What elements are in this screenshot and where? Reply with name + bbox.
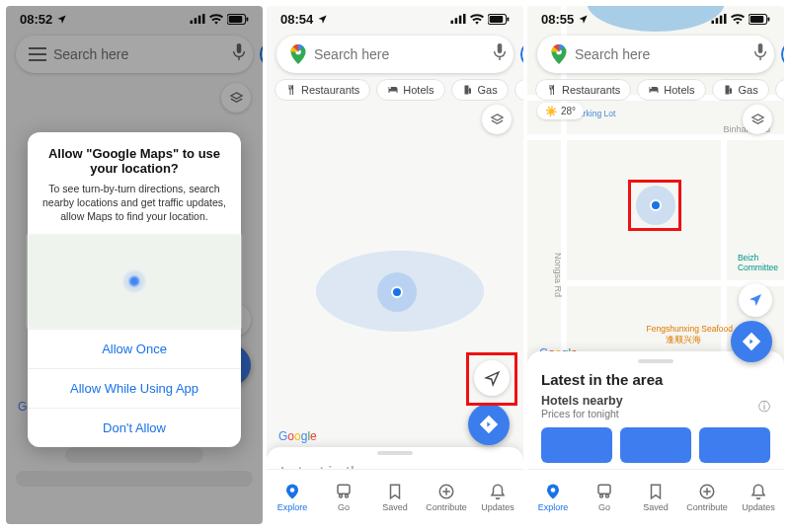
svg-point-22 <box>346 494 349 497</box>
chip-hotels[interactable]: Hotels <box>637 79 705 101</box>
bed-icon <box>387 84 399 96</box>
bed-icon <box>648 84 660 96</box>
svg-rect-35 <box>598 485 610 494</box>
hotel-card[interactable] <box>620 427 691 463</box>
layers-icon <box>490 113 505 127</box>
chip-gas[interactable]: Gas <box>451 79 509 101</box>
nav-saved[interactable]: Saved <box>630 470 681 524</box>
screenshot-3: Binhai E Rd Binhai E Rd Nongsa Rd arking… <box>527 6 784 524</box>
nav-explore[interactable]: Explore <box>267 470 318 524</box>
locate-arrow-icon <box>748 292 763 308</box>
dialog-option-allow-while[interactable]: Allow While Using App <box>28 368 241 408</box>
dialog-option-dont-allow[interactable]: Don't Allow <box>28 408 241 447</box>
poi-label: Beizh Committee <box>738 253 778 272</box>
layers-button[interactable] <box>743 105 772 134</box>
hotel-card[interactable] <box>541 427 612 463</box>
chip-hotels[interactable]: Hotels <box>376 79 444 101</box>
location-permission-dialog: Allow "Google Maps" to use your location… <box>28 132 241 447</box>
svg-point-19 <box>290 488 295 493</box>
svg-rect-25 <box>716 18 719 24</box>
dialog-title: Allow "Google Maps" to use your location… <box>40 146 229 176</box>
dialog-body: To see turn-by-turn directions, search n… <box>40 182 229 224</box>
battery-icon <box>488 14 510 25</box>
highlight-locate <box>466 352 517 406</box>
svg-rect-20 <box>338 485 350 494</box>
battery-icon <box>749 14 770 25</box>
nav-contribute[interactable]: Contribute <box>681 470 733 524</box>
fork-knife-icon <box>285 84 297 96</box>
poi-label: Fengshunxing Seafood <box>647 324 733 334</box>
locate-button[interactable] <box>739 283 772 317</box>
mic-icon[interactable] <box>493 43 516 65</box>
svg-rect-17 <box>498 43 503 53</box>
signal-icon <box>450 14 466 24</box>
status-bar: 08:54 <box>267 6 523 32</box>
chip-restaurants[interactable]: Restaurants <box>535 79 631 101</box>
svg-point-34 <box>551 488 556 493</box>
svg-rect-32 <box>758 43 763 53</box>
maps-pin-icon <box>288 44 308 64</box>
directions-fab[interactable] <box>731 321 772 362</box>
poi-label: 逢顺兴海 <box>666 335 701 346</box>
nav-go[interactable]: Go <box>579 470 630 524</box>
svg-point-36 <box>600 494 603 497</box>
wifi-icon <box>470 14 484 25</box>
nav-updates[interactable]: Updates <box>472 470 523 524</box>
screenshot-1: 08:52 Google Allow "Google Maps" to use … <box>6 6 263 524</box>
weather-temp: 28° <box>561 106 576 116</box>
svg-rect-30 <box>767 17 769 21</box>
bottom-nav: Explore Go Saved Contribute Updates <box>527 469 784 524</box>
info-icon[interactable]: ⓘ <box>758 399 770 416</box>
search-bar[interactable] <box>276 36 514 73</box>
weather-chip[interactable]: ☀️ 28° <box>537 103 584 119</box>
signal-icon <box>711 14 727 24</box>
search-input[interactable] <box>308 46 493 62</box>
dialog-map-preview <box>28 234 241 329</box>
road-label: Nongsa Rd <box>553 253 563 297</box>
status-time: 08:54 <box>280 12 313 27</box>
search-input[interactable] <box>569 46 753 62</box>
category-chips: Restaurants Hotels Gas Shopping <box>535 79 784 101</box>
svg-rect-15 <box>507 17 509 21</box>
bottom-nav: Explore Go Saved Contribute Updates <box>267 469 523 524</box>
svg-rect-27 <box>724 14 727 24</box>
mic-icon[interactable] <box>753 43 777 65</box>
nav-contribute[interactable]: Contribute <box>421 470 472 524</box>
svg-rect-26 <box>720 16 723 24</box>
highlight-location-dot <box>628 180 681 231</box>
svg-rect-12 <box>463 14 466 24</box>
svg-rect-14 <box>490 16 504 23</box>
hotels-sub: Prices for tonight <box>541 408 623 419</box>
status-bar: 08:55 <box>527 6 784 32</box>
chip-shopping[interactable]: Shopping <box>775 79 784 101</box>
nav-saved[interactable]: Saved <box>369 470 421 524</box>
sheet-title: Latest in the area <box>541 371 770 388</box>
layers-icon <box>750 113 765 127</box>
hotel-cards <box>541 427 770 463</box>
svg-rect-29 <box>750 16 764 23</box>
svg-rect-24 <box>712 21 715 24</box>
sun-icon: ☀️ <box>545 106 557 116</box>
gas-icon <box>723 84 735 96</box>
status-time: 08:55 <box>541 12 574 27</box>
svg-point-21 <box>340 494 343 497</box>
nav-explore[interactable]: Explore <box>527 470 579 524</box>
layers-button[interactable] <box>482 105 512 134</box>
chip-gas[interactable]: Gas <box>712 79 769 101</box>
nav-updates[interactable]: Updates <box>733 470 784 524</box>
chip-shopping[interactable]: Shopping <box>514 79 523 101</box>
svg-rect-10 <box>455 18 458 24</box>
search-bar[interactable] <box>537 36 774 73</box>
screenshot-2: 08:54 Restaurants Hotels Gas Shopping Go… <box>267 6 523 524</box>
bottom-sheet[interactable]: Latest in the area Hotels nearby Prices … <box>527 351 784 469</box>
google-logo: Google <box>278 429 317 443</box>
wifi-icon <box>731 14 745 25</box>
location-arrow-icon <box>578 14 589 25</box>
nav-go[interactable]: Go <box>318 470 369 524</box>
directions-fab[interactable] <box>468 404 510 445</box>
dialog-option-allow-once[interactable]: Allow Once <box>28 329 241 368</box>
hotel-card[interactable] <box>699 427 770 463</box>
svg-rect-11 <box>459 16 462 24</box>
chip-restaurants[interactable]: Restaurants <box>275 79 370 101</box>
bottom-sheet-peek[interactable]: Latest in the area <box>267 447 523 469</box>
